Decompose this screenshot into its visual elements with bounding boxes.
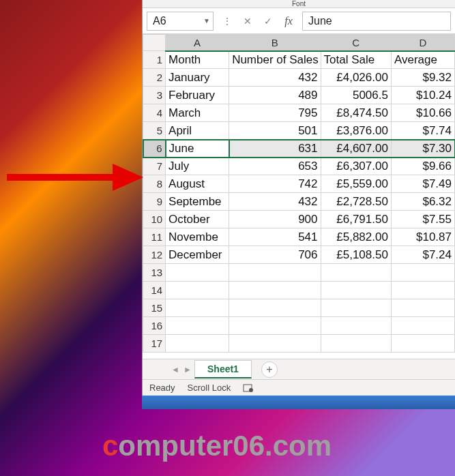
- cell-D6[interactable]: $7.30: [391, 140, 454, 158]
- cell-D8[interactable]: $7.49: [391, 175, 454, 193]
- cell-A11[interactable]: Novembe: [166, 228, 229, 246]
- cell-B16[interactable]: [229, 317, 321, 335]
- cell-A16[interactable]: [166, 317, 229, 335]
- formula-expand-icon[interactable]: ⋮: [218, 12, 237, 30]
- row-header[interactable]: 3: [143, 87, 166, 104]
- row-header[interactable]: 1: [143, 51, 166, 69]
- cell-A12[interactable]: December: [166, 246, 229, 264]
- cell-B1[interactable]: Number of Sales: [229, 51, 321, 69]
- cell-D15[interactable]: [391, 299, 454, 317]
- cell-D7[interactable]: $9.66: [391, 158, 454, 175]
- cell-B5[interactable]: 501: [229, 122, 321, 140]
- cell-A14[interactable]: [166, 282, 229, 299]
- spreadsheet-grid[interactable]: A B C D 1MonthNumber of SalesTotal SaleA…: [143, 34, 455, 359]
- row-header[interactable]: 14: [143, 282, 166, 299]
- row-header[interactable]: 12: [143, 246, 166, 264]
- cell-C9[interactable]: £2,728.50: [321, 193, 391, 211]
- cell-C3[interactable]: 5006.5: [321, 87, 391, 104]
- insert-function-button[interactable]: fx: [279, 12, 298, 30]
- row-header[interactable]: 15: [143, 299, 166, 317]
- cell-A10[interactable]: October: [166, 211, 229, 228]
- cell-D10[interactable]: $7.55: [391, 211, 454, 228]
- tab-nav-prev-icon[interactable]: ◄: [170, 363, 181, 376]
- cell-C13[interactable]: [321, 264, 391, 282]
- formula-bar-input[interactable]: [302, 12, 451, 31]
- row-header[interactable]: 10: [143, 211, 166, 228]
- cell-D14[interactable]: [391, 282, 454, 299]
- cell-B9[interactable]: 432: [229, 193, 321, 211]
- cell-A5[interactable]: April: [166, 122, 229, 140]
- cell-B7[interactable]: 653: [229, 158, 321, 175]
- cell-D13[interactable]: [391, 264, 454, 282]
- cell-A15[interactable]: [166, 299, 229, 317]
- cell-D12[interactable]: $7.24: [391, 246, 454, 264]
- row-header[interactable]: 11: [143, 228, 166, 246]
- cell-A9[interactable]: Septembe: [166, 193, 229, 211]
- cell-C4[interactable]: £8,474.50: [321, 104, 391, 122]
- cell-A3[interactable]: February: [166, 87, 229, 104]
- cell-C8[interactable]: £5,559.00: [321, 175, 391, 193]
- cell-C5[interactable]: £3,876.00: [321, 122, 391, 140]
- cell-B10[interactable]: 900: [229, 211, 321, 228]
- cell-A17[interactable]: [166, 335, 229, 353]
- tab-nav-next-icon[interactable]: ►: [182, 363, 193, 376]
- cell-C11[interactable]: £5,882.00: [321, 228, 391, 246]
- cell-A13[interactable]: [166, 264, 229, 282]
- col-header-A[interactable]: A: [166, 35, 229, 51]
- cell-A1[interactable]: Month: [166, 51, 229, 69]
- cell-A8[interactable]: August: [166, 175, 229, 193]
- sheet-tab-active[interactable]: Sheet1: [194, 360, 252, 378]
- row-header[interactable]: 5: [143, 122, 166, 140]
- cell-B6[interactable]: 631: [229, 140, 321, 158]
- row-header[interactable]: 8: [143, 175, 166, 193]
- cell-B14[interactable]: [229, 282, 321, 299]
- row-header[interactable]: 4: [143, 104, 166, 122]
- cell-D17[interactable]: [391, 335, 454, 353]
- col-header-D[interactable]: D: [391, 35, 454, 51]
- cell-D16[interactable]: [391, 317, 454, 335]
- cell-D4[interactable]: $10.66: [391, 104, 454, 122]
- cell-C12[interactable]: £5,108.50: [321, 246, 391, 264]
- row-header[interactable]: 16: [143, 317, 166, 335]
- cell-A6[interactable]: June: [166, 140, 229, 158]
- cell-C1[interactable]: Total Sale: [321, 51, 391, 69]
- cell-D5[interactable]: $7.74: [391, 122, 454, 140]
- cell-B8[interactable]: 742: [229, 175, 321, 193]
- row-header[interactable]: 2: [143, 69, 166, 87]
- cell-D1[interactable]: Average: [391, 51, 454, 69]
- cell-B17[interactable]: [229, 335, 321, 353]
- cell-D11[interactable]: $10.87: [391, 228, 454, 246]
- cell-D2[interactable]: $9.32: [391, 69, 454, 87]
- cell-B11[interactable]: 541: [229, 228, 321, 246]
- cell-C10[interactable]: £6,791.50: [321, 211, 391, 228]
- cell-B2[interactable]: 432: [229, 69, 321, 87]
- cell-B3[interactable]: 489: [229, 87, 321, 104]
- cancel-formula-button[interactable]: ✕: [238, 12, 257, 30]
- add-sheet-button[interactable]: +: [261, 361, 278, 378]
- select-all-corner[interactable]: [143, 35, 166, 51]
- name-box-dropdown-icon[interactable]: ▼: [201, 17, 213, 25]
- cell-B12[interactable]: 706: [229, 246, 321, 264]
- cell-A7[interactable]: July: [166, 158, 229, 175]
- cell-C2[interactable]: £4,026.00: [321, 69, 391, 87]
- cell-D3[interactable]: $10.24: [391, 87, 454, 104]
- row-header[interactable]: 17: [143, 335, 166, 353]
- cell-C15[interactable]: [321, 299, 391, 317]
- row-header[interactable]: 13: [143, 264, 166, 282]
- name-box[interactable]: A6 ▼: [147, 12, 214, 31]
- col-header-B[interactable]: B: [229, 35, 321, 51]
- cell-C6[interactable]: £4,607.00: [321, 140, 391, 158]
- cell-C14[interactable]: [321, 282, 391, 299]
- cell-A4[interactable]: March: [166, 104, 229, 122]
- cell-D9[interactable]: $6.32: [391, 193, 454, 211]
- cell-A2[interactable]: January: [166, 69, 229, 87]
- macro-record-icon[interactable]: [243, 383, 254, 393]
- row-header[interactable]: 6: [143, 140, 166, 158]
- col-header-C[interactable]: C: [321, 35, 391, 51]
- accept-formula-button[interactable]: ✓: [259, 12, 278, 30]
- cell-B4[interactable]: 795: [229, 104, 321, 122]
- cell-C7[interactable]: £6,307.00: [321, 158, 391, 175]
- cell-C16[interactable]: [321, 317, 391, 335]
- cell-C17[interactable]: [321, 335, 391, 353]
- row-header[interactable]: 7: [143, 158, 166, 175]
